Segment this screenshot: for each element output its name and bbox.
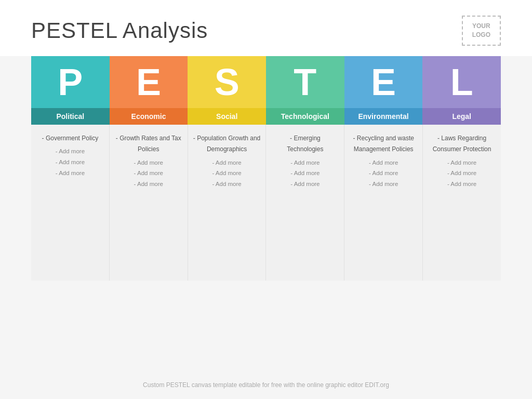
content-social: - Population Growth and Demographics - A… [188,125,267,281]
label-technological: Technological [266,108,344,125]
header: PESTEL Analysis YOUR LOGO [0,0,532,56]
letter-cell-t: T [266,56,344,108]
content-technological: - Emerging Technologies - Add more - Add… [266,125,344,281]
logo-placeholder: YOUR LOGO [462,16,501,46]
footer-text: Custom PESTEL canvas template editable f… [143,381,389,389]
letter-e2: E [371,63,396,101]
content-political: - Government Policy - Add more - Add mor… [31,125,110,281]
social-sub-3: - Add more [193,179,261,190]
political-sub-1: - Add more [36,146,104,157]
label-social: Social [188,108,266,125]
legal-main: - Laws Regarding Consumer Protection [428,133,496,155]
political-main: - Government Policy [36,133,104,144]
environmental-sub-3: - Add more [350,179,417,190]
content-legal: - Laws Regarding Consumer Protection - A… [423,125,501,281]
label-environmental: Environmental [344,108,423,125]
letter-s: S [215,63,240,101]
political-sub-3: - Add more [36,168,104,179]
environmental-main: - Recycling and waste Management Policie… [350,133,417,155]
label-political: Political [31,108,110,125]
legal-sub-2: - Add more [428,168,496,179]
letter-cell-e1: E [110,56,188,108]
economic-sub-2: - Add more [115,168,182,179]
pestel-table: P E S T E L Political Economic [31,56,501,281]
technological-main: - Emerging Technologies [271,133,339,155]
pestel-content-row: - Government Policy - Add more - Add mor… [31,125,501,281]
letter-l: L [450,63,473,101]
label-economic: Economic [110,108,188,125]
label-legal: Legal [422,108,501,125]
content-economic: - Growth Rates and Tax Policies - Add mo… [110,125,188,281]
environmental-sub-2: - Add more [350,168,417,179]
economic-main: - Growth Rates and Tax Policies [115,133,182,155]
letter-p: P [58,63,83,101]
economic-sub-3: - Add more [115,179,182,190]
pestel-label-row: Political Economic Social Technological … [31,108,501,125]
letter-cell-s: S [188,56,266,108]
technological-sub-2: - Add more [271,168,339,179]
letter-t: T [294,63,316,101]
letter-cell-l: L [422,56,501,108]
footer: Custom PESTEL canvas template editable f… [0,381,532,389]
pestel-letter-row: P E S T E L [31,56,501,108]
technological-sub-1: - Add more [271,157,339,168]
page-title: PESTEL Analysis [31,18,208,43]
social-sub-1: - Add more [193,157,261,168]
letter-cell-e2: E [344,56,423,108]
letter-cell-p: P [31,56,110,108]
environmental-sub-1: - Add more [350,157,417,168]
technological-sub-3: - Add more [271,179,339,190]
content-environmental: - Recycling and waste Management Policie… [344,125,423,281]
letter-e1: E [136,63,161,101]
social-main: - Population Growth and Demographics [193,133,261,155]
economic-sub-1: - Add more [115,157,182,168]
legal-sub-1: - Add more [428,157,496,168]
legal-sub-3: - Add more [428,179,496,190]
page: PESTEL Analysis YOUR LOGO P E S T E [0,0,532,399]
political-sub-2: - Add more [36,157,104,168]
social-sub-2: - Add more [193,168,261,179]
